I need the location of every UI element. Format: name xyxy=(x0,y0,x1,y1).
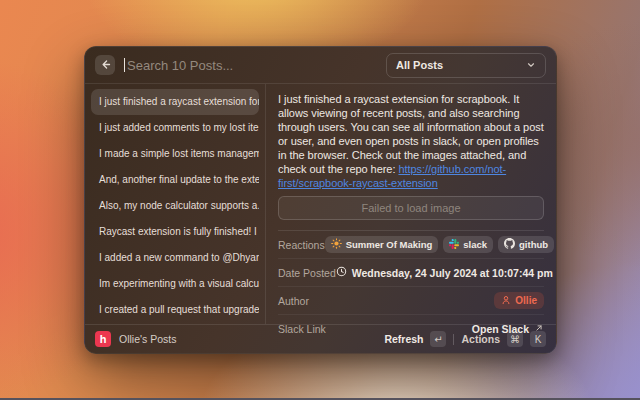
list-item[interactable]: I created a pull request that upgrade... xyxy=(91,297,259,323)
date-posted-row: Date Posted Wednesday, 24 July 2024 at 1… xyxy=(278,259,544,287)
raycast-window: All Posts I just finished a raycast exte… xyxy=(84,46,557,354)
list-item[interactable]: And, another final update to the exte... xyxy=(91,167,259,193)
person-icon xyxy=(501,295,511,307)
footer-separator xyxy=(453,334,454,345)
github-icon xyxy=(504,238,515,251)
list-item[interactable]: Also, my node calculator supports a... xyxy=(91,193,259,219)
author-label: Author xyxy=(278,295,309,307)
k-keycap: K xyxy=(530,331,546,347)
footer-actions: Refresh ↵ Actions ⌘ K xyxy=(384,331,546,347)
list-item[interactable]: I made a simple lost items managem... xyxy=(91,141,259,167)
list-item[interactable]: Raycast extension is fully finished! I j… xyxy=(91,219,259,245)
reaction-pill-summer: Summer Of Making xyxy=(325,236,439,253)
list-item[interactable]: I added a new command to @Dhyan... xyxy=(91,245,259,271)
author-name: Ollie xyxy=(515,295,537,306)
list-item[interactable]: I just finished a raycast extension for.… xyxy=(91,89,259,115)
enter-keycap: ↵ xyxy=(430,331,446,347)
refresh-button[interactable]: Refresh xyxy=(384,333,423,345)
search-header: All Posts xyxy=(85,47,556,84)
filter-dropdown-value: All Posts xyxy=(396,59,443,71)
reaction-label: Summer Of Making xyxy=(346,239,433,250)
search-field-wrap xyxy=(124,58,377,73)
reaction-label: github xyxy=(519,239,548,250)
list-item[interactable]: Im experimenting with a visual calcul... xyxy=(91,271,259,297)
image-placeholder-text: Failed to load image xyxy=(361,202,460,214)
list-item[interactable]: I just added comments to my lost ite... xyxy=(91,115,259,141)
reaction-pill-github: github xyxy=(498,236,554,253)
author-pill: Ollie xyxy=(494,292,544,309)
reactions-value: Summer Of Making slack github xyxy=(325,236,544,253)
reactions-label: Reactions xyxy=(278,239,325,251)
date-posted-value: Wednesday, 24 July 2024 at 10:07:44 pm xyxy=(336,266,544,279)
text-cursor xyxy=(124,58,125,72)
content-area: I just finished a raycast extension for.… xyxy=(85,84,556,324)
reaction-pill-slack: slack xyxy=(443,236,493,253)
footer-bar: h Ollie's Posts Refresh ↵ Actions ⌘ K xyxy=(85,324,556,353)
filter-dropdown[interactable]: All Posts xyxy=(386,53,546,78)
hackclub-logo: h xyxy=(95,331,111,347)
app-title: Ollie's Posts xyxy=(119,333,176,345)
actions-button[interactable]: Actions xyxy=(461,333,500,345)
arrow-left-icon xyxy=(100,56,111,74)
date-text: Wednesday, 24 July 2024 at 10:07:44 pm xyxy=(352,267,553,279)
posts-list: I just finished a raycast extension for.… xyxy=(85,84,266,324)
sun-icon xyxy=(331,238,342,251)
reaction-label: slack xyxy=(463,239,487,250)
date-posted-label: Date Posted xyxy=(278,267,336,279)
chevron-down-icon xyxy=(526,56,536,74)
reactions-row: Reactions Summer Of Making slack gith xyxy=(278,231,544,259)
search-input[interactable] xyxy=(127,58,377,73)
detail-panel: I just finished a raycast extension for … xyxy=(266,84,556,324)
author-row: Author Ollie xyxy=(278,287,544,315)
post-body: I just finished a raycast extension for … xyxy=(278,92,544,190)
clock-icon xyxy=(336,266,347,279)
image-placeholder: Failed to load image xyxy=(278,196,544,220)
command-keycap: ⌘ xyxy=(507,331,523,347)
back-button[interactable] xyxy=(95,55,115,75)
slack-icon xyxy=(449,239,459,251)
